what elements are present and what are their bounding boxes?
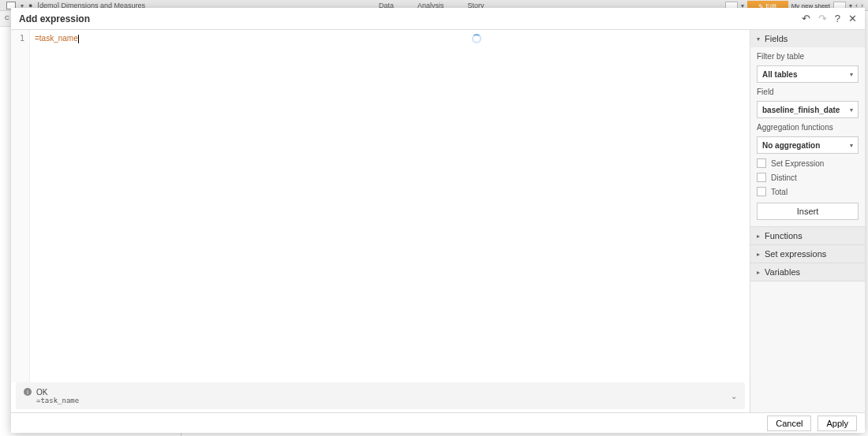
chevron-down-icon[interactable]: ⌄ (731, 392, 737, 401)
chevron-right-icon: ▸ (757, 251, 760, 258)
field-select[interactable]: baseline_finish_date▾ (757, 101, 859, 118)
info-icon: i (24, 388, 32, 396)
expression-input[interactable]: =task_name (30, 30, 750, 47)
expression-modal: Add expression ↶ ↷ ? ✕ 1 =task_name iOK … (11, 8, 865, 433)
chevron-right-icon: ▸ (757, 269, 760, 276)
redo-icon[interactable]: ↷ (818, 13, 827, 24)
insert-button[interactable]: Insert (757, 203, 859, 220)
fields-section-header[interactable]: ▾Fields (750, 30, 865, 47)
help-icon[interactable]: ? (835, 13, 840, 24)
modal-title: Add expression (19, 13, 90, 24)
filter-table-select[interactable]: All tables▾ (757, 65, 859, 83)
chevron-down-icon: ▾ (850, 106, 853, 114)
apply-button[interactable]: Apply (817, 416, 857, 431)
functions-section-header[interactable]: ▸Functions (750, 227, 865, 244)
status-bar: iOK =task_name ⌄ (16, 382, 745, 409)
status-value: =task_name (36, 397, 79, 404)
chevron-down-icon: ▾ (850, 71, 853, 78)
chevron-down-icon: ▾ (757, 35, 760, 43)
loading-spinner-icon (472, 34, 481, 43)
undo-icon[interactable]: ↶ (802, 13, 810, 24)
status-ok: OK (36, 388, 47, 397)
aggregation-label: Aggregation functions (757, 123, 859, 132)
setexpr-section-header[interactable]: ▸Set expressions (750, 245, 865, 263)
line-gutter: 1 (11, 30, 30, 382)
chevron-down-icon: ▾ (850, 142, 853, 149)
aggregation-select[interactable]: No aggregation▾ (757, 136, 859, 154)
chevron-right-icon: ▸ (757, 233, 760, 240)
total-checkbox[interactable]: Total (757, 187, 859, 196)
set-expression-checkbox[interactable]: Set Expression (757, 158, 859, 168)
distinct-checkbox[interactable]: Distinct (757, 173, 859, 182)
field-label: Field (757, 88, 859, 96)
variables-section-header[interactable]: ▸Variables (750, 263, 865, 281)
close-icon[interactable]: ✕ (848, 13, 857, 24)
filter-label: Filter by table (757, 52, 859, 61)
cancel-button[interactable]: Cancel (767, 416, 811, 431)
